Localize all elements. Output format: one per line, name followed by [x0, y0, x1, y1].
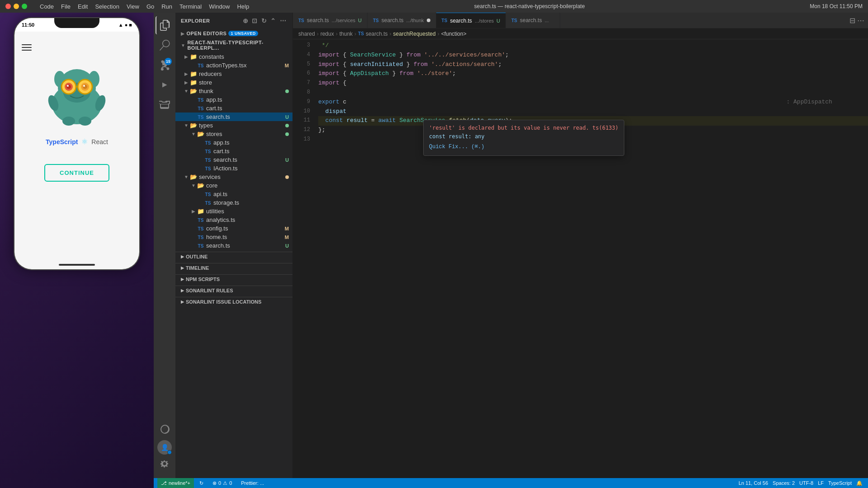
settings-icon[interactable] [156, 455, 174, 473]
folder-open-icon: 📂 [190, 88, 197, 94]
user-avatar[interactable]: 👤 [157, 440, 172, 455]
breadcrumb-search-requested[interactable]: searchRequested [393, 31, 436, 37]
ts-file-icon: TS [197, 225, 204, 232]
breadcrumb-redux[interactable]: redux [321, 31, 334, 37]
breadcrumb-thunk[interactable]: thunk [340, 31, 353, 37]
quick-fix-button[interactable]: Quick Fix... (⌘.) [429, 143, 618, 151]
sonarlint-issues-section[interactable]: ▶ SONARLINT ISSUE LOCATIONS [175, 297, 292, 306]
menu-view[interactable]: View [127, 3, 139, 10]
menu-run[interactable]: Run [161, 3, 172, 10]
menu-help[interactable]: Help [237, 3, 249, 10]
status-errors[interactable]: ⊗ 0 ⚠ 0 [209, 480, 236, 486]
api-file[interactable]: TS api.ts [175, 190, 292, 198]
spaces-label: Spaces: 2 [773, 480, 795, 486]
close-button[interactable] [5, 4, 11, 9]
encoding-label: UTF-8 [799, 480, 813, 486]
activity-bar-bottom: 👤 [156, 420, 174, 478]
minimize-button[interactable] [14, 4, 19, 9]
stores-cart-file[interactable]: TS cart.ts [175, 147, 292, 155]
reducers-folder[interactable]: ▶ 📁 reducers [175, 70, 292, 78]
folder-open-icon: 📂 [190, 122, 197, 129]
more-actions-icon[interactable]: ⋯ [279, 16, 288, 25]
prettier-status[interactable]: Prettier: ... [239, 480, 266, 486]
types-folder[interactable]: ▼ 📂 types [175, 121, 292, 130]
thunk-folder[interactable]: ▼ 📂 thunk [175, 87, 292, 95]
indentation[interactable]: Spaces: 2 [771, 480, 797, 486]
split-editor-icon[interactable]: ⊟ [849, 16, 855, 25]
menu-window[interactable]: Window [209, 3, 230, 10]
code-content[interactable]: */ import { SearchService } from '../../… [315, 39, 868, 478]
analytics-file[interactable]: TS analytics.ts [175, 216, 292, 224]
menu-go[interactable]: Go [146, 3, 154, 10]
extensions-icon[interactable] [156, 96, 174, 114]
tab-search-4[interactable]: TS search.ts ... [506, 13, 560, 28]
thunk-cart-file[interactable]: TS cart.ts [175, 104, 292, 113]
npm-scripts-section[interactable]: ▶ NPM SCRIPTS [175, 274, 292, 284]
core-folder[interactable]: ▼ 📂 core [175, 181, 292, 190]
services-folder[interactable]: ▼ 📂 services [175, 173, 292, 181]
store-folder[interactable]: ▶ 📁 store [175, 78, 292, 87]
files-icon[interactable] [156, 16, 174, 34]
tab-search-stores[interactable]: TS search.ts .../stores U [436, 13, 506, 28]
stores-search-file[interactable]: TS search.ts U [175, 155, 292, 164]
services-search-file[interactable]: TS search.ts U [175, 241, 292, 250]
notifications-icon[interactable]: 🔔 [854, 480, 864, 486]
sync-button[interactable]: ↻ [198, 480, 205, 486]
new-file-icon[interactable]: ⊕ [242, 16, 250, 25]
sonarlint-rules-section[interactable]: ▶ SONARLINT RULES [175, 286, 292, 295]
open-editors-section[interactable]: ▶ OPEN EDITORS 1 UNSAVED [175, 29, 292, 38]
refresh-icon[interactable]: ↻ [260, 16, 268, 25]
search-icon[interactable] [156, 36, 174, 54]
more-tabs-icon[interactable]: ⋯ [857, 16, 864, 25]
svg-point-17 [79, 117, 91, 126]
action-types-file[interactable]: TS actionTypes.tsx M [175, 61, 292, 70]
collapse-all-icon[interactable]: ⌃ [269, 16, 277, 25]
menu-code[interactable]: Code [40, 3, 54, 10]
code-editor[interactable]: 3 4 5 6 7 8 9 10 11 12 13 */ [293, 39, 868, 478]
stores-app-file[interactable]: TS app.ts [175, 138, 292, 147]
encoding[interactable]: UTF-8 [797, 480, 815, 486]
thunk-app-file[interactable]: TS app.ts [175, 95, 292, 104]
git-branch[interactable]: ⎇ newline*+ [157, 478, 194, 488]
stores-folder[interactable]: ▼ 📂 stores [175, 130, 292, 138]
constants-folder[interactable]: ▶ 📁 constants [175, 52, 292, 61]
code-line-8 [318, 88, 868, 98]
tab-search-services[interactable]: TS search.ts .../services U [293, 13, 368, 28]
remote-icon[interactable] [156, 420, 174, 438]
breadcrumb-file[interactable]: search.ts [366, 31, 388, 37]
new-folder-icon[interactable]: ⊡ [251, 16, 259, 25]
breadcrumb-shared[interactable]: shared [298, 31, 315, 37]
ts-file-icon: TS [197, 105, 204, 112]
project-section[interactable]: ▼ REACT-NATIVE-TYPESCRIPT-BOILERPL... [175, 38, 292, 52]
warning-icon: ⚠ [223, 480, 227, 486]
tab-search-thunk[interactable]: TS search.ts .../thunk [368, 13, 436, 28]
breadcrumb-function[interactable]: <function> [441, 31, 467, 37]
phone-status-icons: ▲ ● ■ [118, 22, 132, 28]
folder-open-icon: 📂 [190, 174, 197, 180]
storage-file[interactable]: TS storage.ts [175, 198, 292, 207]
language-mode[interactable]: TypeScript [826, 480, 854, 486]
folder-icon: 📁 [197, 208, 204, 215]
config-file[interactable]: TS config.ts M [175, 224, 292, 233]
line-endings[interactable]: LF [816, 480, 826, 486]
vscode-area: 15 [154, 13, 868, 488]
home-file[interactable]: TS home.ts M [175, 233, 292, 241]
ts-file-icon: TS [204, 156, 212, 163]
menu-terminal[interactable]: Terminal [179, 3, 202, 10]
thunk-search-file[interactable]: TS search.ts U [175, 113, 292, 121]
maximize-button[interactable] [22, 4, 27, 9]
run-debug-icon[interactable] [156, 76, 174, 94]
hamburger-menu[interactable] [14, 41, 39, 54]
ts-file-icon: TS [197, 96, 204, 103]
utilities-folder[interactable]: ▶ 📁 utilities [175, 207, 292, 216]
iaction-file[interactable]: TS IAction.ts [175, 164, 292, 173]
menu-edit[interactable]: Edit [78, 3, 88, 10]
menu-file[interactable]: File [61, 3, 71, 10]
outline-section[interactable]: ▶ OUTLINE [175, 252, 292, 261]
continue-button[interactable]: CONTINUE [44, 164, 109, 182]
timeline-section[interactable]: ▶ TIMELINE [175, 263, 292, 272]
menu-selection[interactable]: Selection [95, 3, 119, 10]
source-control-icon[interactable]: 15 [156, 56, 174, 74]
cursor-position[interactable]: Ln 11, Col 56 [737, 480, 770, 486]
project-name: REACT-NATIVE-TYPESCRIPT-BOILERPL... [187, 40, 287, 51]
